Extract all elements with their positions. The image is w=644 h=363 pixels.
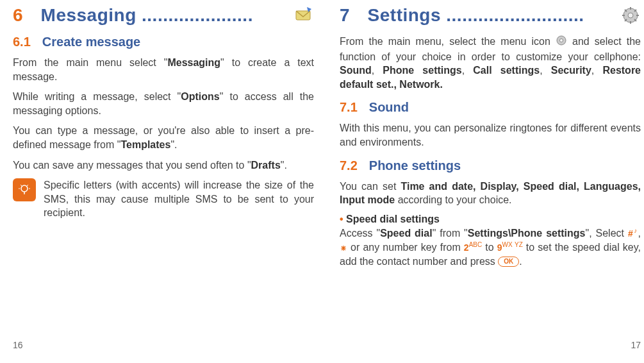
key-sup: ♪ <box>633 227 638 234</box>
section-7-2-header: 7.2 Phone settings <box>340 158 641 173</box>
chapter-number: 7 <box>340 5 350 26</box>
svg-point-19 <box>559 39 563 42</box>
svg-line-5 <box>27 185 28 186</box>
bullet-icon: • <box>340 214 346 224</box>
para-7-2: You can set Time and date, Display, Spee… <box>340 180 641 207</box>
section-number: 7.2 <box>340 158 358 173</box>
tip-text: Specific letters (with accents) will inc… <box>44 178 314 220</box>
text: From the main menu select " <box>13 57 167 68</box>
section-title: Create message <box>42 35 140 49</box>
key-hash: # <box>628 228 633 239</box>
para-6-1-a: From the main menu select "Messaging" to… <box>13 56 314 83</box>
text: to <box>482 242 497 253</box>
text: , <box>462 65 474 76</box>
chapter-title: Settings .......................... <box>368 5 620 26</box>
para-6-1-b: While writing a message, select "Options… <box>13 90 314 117</box>
text: , <box>591 65 603 76</box>
text: While writing a message, select " <box>13 91 181 102</box>
page-number: 16 <box>13 340 23 350</box>
text: ", Select <box>586 228 628 239</box>
text: Access " <box>340 228 380 239</box>
page-right: 7 Settings .......................... <box>340 5 641 351</box>
section-7-1-header: 7.1 Sound <box>340 100 641 115</box>
bold-text: Phone settings <box>383 65 461 76</box>
bold-text: Templates <box>120 139 170 150</box>
bold-text: Sound <box>340 65 372 76</box>
bullet-label: Speed dial settings <box>346 214 440 224</box>
tip-box: Specific letters (with accents) will inc… <box>13 178 314 220</box>
bold-text: Call settings <box>473 65 540 76</box>
bold-text: Security <box>551 65 591 76</box>
key-sup: ABC <box>469 241 483 248</box>
text: You can save any messages that you send … <box>13 160 251 171</box>
text: From the main menu, select the menu icon <box>340 36 556 47</box>
text: , <box>638 228 641 239</box>
text: ". <box>281 160 287 171</box>
svg-point-9 <box>628 13 633 18</box>
para-6-1-c: You can type a message, or you're also a… <box>13 124 314 151</box>
text: , <box>540 65 551 76</box>
chapter-number: 6 <box>13 5 23 26</box>
chapter-7-header: 7 Settings .......................... <box>340 5 641 26</box>
section-number: 6.1 <box>13 35 31 49</box>
text: , <box>372 65 383 76</box>
text: You can set <box>340 181 400 192</box>
ok-key-icon: OK <box>498 257 519 267</box>
text: or any number key from <box>347 242 464 253</box>
svg-line-4 <box>21 185 22 186</box>
bullet-speed-dial: • Speed dial settings <box>340 214 641 225</box>
text: . <box>519 256 522 267</box>
text: ". <box>170 139 177 150</box>
bold-text: Settings\Phone settings <box>468 228 586 239</box>
para-6-1-d: You can save any messages that you send … <box>13 158 314 173</box>
bold-text: Messaging <box>167 57 220 68</box>
para-speed-dial: Access "Speed dial" from "Settings\Phone… <box>340 226 641 268</box>
section-title: Phone settings <box>369 158 461 173</box>
svg-point-2 <box>21 185 28 192</box>
bold-text: Drafts <box>251 160 281 171</box>
para-7-1: With this menu, you can personalize ring… <box>340 121 641 149</box>
messaging-icon <box>293 5 314 26</box>
para-7-intro: From the main menu, select the menu icon… <box>340 35 641 91</box>
lightbulb-icon <box>13 178 36 201</box>
menu-icon-inline <box>556 35 567 50</box>
chapter-6-header: 6 Messaging ..................... <box>13 5 314 26</box>
text: according to your choice. <box>395 194 511 205</box>
key-9: 9 <box>497 242 502 253</box>
page-number: 17 <box>631 340 641 350</box>
key-sup: WX YZ <box>502 241 523 248</box>
chapter-title: Messaging ..................... <box>41 5 293 26</box>
section-6-1-header: 6.1 Create message <box>13 35 314 49</box>
page-left: 6 Messaging ..................... 6.1 Cr… <box>13 5 314 351</box>
key-star <box>340 242 347 253</box>
section-title: Sound <box>369 100 409 115</box>
key-2: 2 <box>464 242 469 253</box>
bold-text: Options <box>181 91 219 102</box>
text: " from " <box>433 228 468 239</box>
bold-text: Speed dial <box>380 228 432 239</box>
settings-icon <box>620 5 641 26</box>
section-number: 7.1 <box>340 100 358 115</box>
